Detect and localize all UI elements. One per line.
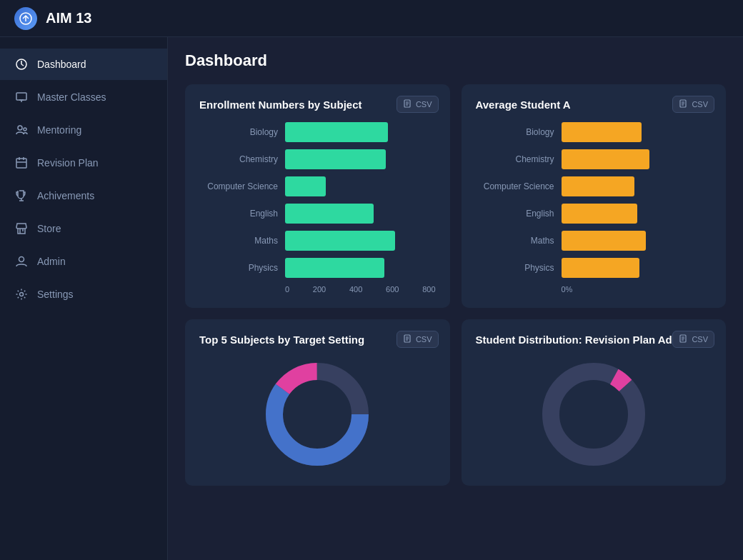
svg-point-14 [19, 257, 24, 262]
sidebar-item-store[interactable]: Store [0, 213, 167, 244]
bar-fill [285, 176, 326, 196]
avg-bar-fill [562, 122, 642, 142]
sidebar-label-store: Store [37, 223, 61, 234]
enrollment-csv-label: CSV [416, 100, 432, 109]
student-dist-csv-button[interactable]: CSV [672, 331, 714, 348]
student-dist-chart-card: Student Distribution: Revision Plan Adop… [462, 319, 727, 486]
avg-bar-label: Biology [476, 127, 554, 137]
sidebar-label-mentoring: Mentoring [37, 124, 81, 136]
avg-bar-label: Physics [476, 263, 554, 273]
enrollment-axis: 0 200 400 600 800 [285, 285, 436, 294]
sidebar-item-settings[interactable]: Settings [0, 279, 167, 310]
bar-row: Chemistry [199, 149, 436, 169]
bar-label: Physics [199, 263, 278, 273]
top5-chart-card: Top 5 Subjects by Target Setting CSV [185, 319, 450, 486]
svg-rect-7 [16, 159, 26, 168]
admin-icon [14, 254, 29, 269]
top5-csv-button[interactable]: CSV [397, 331, 439, 348]
sidebar-item-achivements[interactable]: Achivements [0, 180, 167, 211]
bar-fill [285, 149, 386, 169]
avg-bar-row: Computer Science [476, 176, 712, 196]
sidebar-label-admin: Admin [37, 256, 66, 267]
avg-bar-row: Biology [476, 122, 712, 142]
bar-label: Biology [199, 127, 278, 137]
sidebar-item-revision-plan[interactable]: Revision Plan [0, 147, 167, 179]
enrollment-csv-button[interactable]: CSV [397, 96, 439, 113]
page-title: Dashboard [185, 51, 726, 70]
avg-bar-row: Chemistry [476, 149, 712, 169]
bar-fill [285, 122, 388, 142]
avg-csv-button[interactable]: CSV [672, 96, 714, 113]
topnav: AIM 13 [0, 0, 743, 37]
sidebar-item-dashboard[interactable]: Dashboard [0, 49, 167, 80]
avg-student-chart-card: Average Student A CSV Biology Chemistry … [462, 84, 727, 308]
student-dist-csv-label: CSV [692, 335, 708, 344]
sidebar-item-mentoring[interactable]: Mentoring [0, 114, 167, 146]
monitor-icon [14, 90, 29, 104]
top5-csv-label: CSV [416, 335, 432, 344]
sidebar-label-settings: Settings [37, 289, 74, 300]
trophy-icon [14, 189, 29, 203]
avg-bar-chart: Biology Chemistry Computer Science Engli… [476, 122, 712, 278]
svg-point-6 [24, 128, 26, 131]
dashboard-icon [14, 57, 29, 71]
bar-row: English [199, 204, 436, 224]
bar-label: Maths [199, 236, 278, 246]
dashboard-grid: Enrollment Numbers by Subject CSV Biolog… [185, 84, 726, 486]
avg-csv-label: CSV [692, 100, 708, 109]
main-content: Dashboard Enrollment Numbers by Subject … [168, 37, 743, 560]
avg-bar-label: Chemistry [476, 154, 554, 164]
bar-fill [285, 231, 395, 251]
bar-track [285, 258, 436, 278]
avg-bar-fill [562, 231, 647, 251]
bar-fill [285, 258, 384, 278]
bar-label: English [199, 209, 278, 219]
bar-track [285, 231, 436, 251]
top5-donut [199, 357, 436, 471]
svg-rect-2 [16, 93, 26, 100]
avg-bar-fill [562, 204, 638, 224]
bar-label: Chemistry [199, 154, 278, 164]
avg-bar-row: Physics [476, 258, 712, 278]
enrollment-bar-chart: Biology Chemistry Computer Science Engli… [199, 122, 436, 278]
app-title: AIM 13 [46, 10, 91, 26]
bar-row: Computer Science [199, 176, 436, 196]
bar-track [285, 204, 436, 224]
avg-bar-label: Computer Science [476, 181, 554, 191]
sidebar-label-revision-plan: Revision Plan [37, 157, 99, 169]
logo-icon [14, 7, 37, 30]
sidebar-label-master-classes: Master Classes [37, 91, 106, 103]
bar-row: Biology [199, 122, 436, 142]
sidebar-label-achivements: Achivements [37, 190, 94, 201]
svg-point-15 [20, 293, 24, 296]
bar-track [285, 122, 436, 142]
calendar-icon [14, 156, 29, 170]
bar-row: Physics [199, 258, 436, 278]
store-icon [14, 221, 29, 236]
bar-row: Maths [199, 231, 436, 251]
avg-bar-fill [562, 176, 634, 196]
sidebar-label-dashboard: Dashboard [37, 59, 86, 70]
bar-track [285, 176, 436, 196]
settings-icon [14, 287, 29, 301]
avg-bar-row: English [476, 204, 712, 224]
bar-label: Computer Science [199, 181, 278, 191]
sidebar: Dashboard Master Classes [0, 37, 168, 560]
avg-axis: 0% [562, 285, 712, 294]
bar-fill [285, 204, 374, 224]
enrollment-chart-card: Enrollment Numbers by Subject CSV Biolog… [185, 84, 450, 308]
avg-bar-fill [562, 258, 640, 278]
avg-bar-label: English [476, 209, 554, 219]
avg-bar-fill [562, 149, 649, 169]
sidebar-item-master-classes[interactable]: Master Classes [0, 81, 167, 113]
avg-bar-label: Maths [476, 236, 554, 246]
avg-bar-row: Maths [476, 231, 712, 251]
sidebar-item-admin[interactable]: Admin [0, 246, 167, 277]
main-layout: Dashboard Master Classes [0, 37, 743, 560]
mentoring-icon [14, 123, 29, 137]
student-dist-donut [476, 357, 712, 471]
bar-track [285, 149, 436, 169]
svg-point-5 [18, 126, 22, 130]
